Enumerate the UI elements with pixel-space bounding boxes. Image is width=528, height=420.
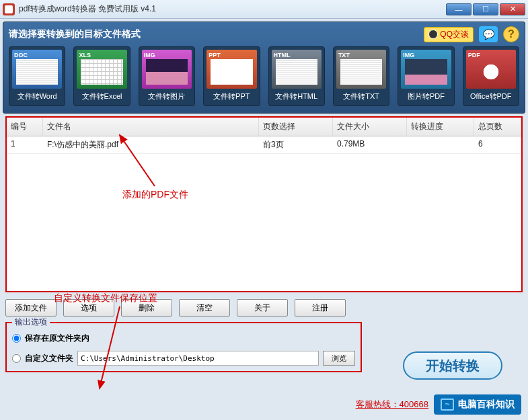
format-label: 文件转TXT xyxy=(336,91,386,101)
format-图片转PDF[interactable]: IMG图片转PDF xyxy=(398,46,454,106)
format-thumb: DOC xyxy=(12,50,62,89)
label-same-folder: 保存在原文件夹内 xyxy=(25,333,89,344)
titlebar: pdf转换成word转换器 免费试用版 v4.1 — ☐ ✕ xyxy=(0,0,528,19)
qq-label: QQ交谈 xyxy=(440,29,469,40)
start-convert-button[interactable]: 开始转换 xyxy=(403,351,502,380)
format-label: Office转PDF xyxy=(466,91,516,101)
radio-same-folder[interactable] xyxy=(12,334,21,343)
format-文件转Word[interactable]: DOC文件转Word xyxy=(9,46,65,106)
chat-button[interactable]: 💬 xyxy=(479,26,498,42)
add-file-button[interactable]: 添加文件 xyxy=(5,299,56,317)
delete-button[interactable]: 删除 xyxy=(121,299,172,317)
format-文件转PPT[interactable]: PPT文件转PPT xyxy=(203,46,260,106)
format-thumb: XLS xyxy=(77,50,126,89)
format-toolbar: 请选择要转换到的目标文件格式 QQ交谈 💬 ? DOC文件转WordXLS文件转… xyxy=(3,22,525,114)
table-row[interactable]: 1F:\伤感中的美丽.pdf前3页0.79MB6 xyxy=(7,136,521,154)
file-grid: 编号 文件名 页数选择 文件大小 转换进度 总页数 1F:\伤感中的美丽.pdf… xyxy=(5,116,523,292)
maximize-button[interactable]: ☐ xyxy=(473,3,498,15)
close-button[interactable]: ✕ xyxy=(500,3,525,15)
watermark-text: 电脑百科知识 xyxy=(458,398,515,411)
col-name[interactable]: 文件名 xyxy=(43,118,259,136)
grid-header: 编号 文件名 页数选择 文件大小 转换进度 总页数 xyxy=(7,118,521,136)
format-文件转Excel[interactable]: XLS文件转Excel xyxy=(73,46,130,106)
app-icon xyxy=(3,3,15,15)
format-label: 图片转PDF xyxy=(401,91,451,101)
custom-path-input[interactable] xyxy=(77,351,319,366)
output-legend: 输出选项 xyxy=(12,317,50,328)
format-thumb: TXT xyxy=(336,50,386,89)
minimize-button[interactable]: — xyxy=(446,3,472,15)
format-Office转PDF[interactable]: PDFOffice转PDF xyxy=(463,46,519,106)
format-文件转TXT[interactable]: TXT文件转TXT xyxy=(333,46,389,106)
toolbar-title: 请选择要转换到的目标文件格式 xyxy=(9,28,141,40)
format-label: 文件转Word xyxy=(12,91,62,101)
register-button[interactable]: 注册 xyxy=(295,299,346,317)
watermark: 电脑百科知识 xyxy=(434,394,521,415)
help-button[interactable]: ? xyxy=(503,26,519,42)
qq-icon xyxy=(428,30,438,39)
label-custom-folder: 自定义文件夹 xyxy=(25,353,73,364)
annotation-added-file: 添加的PDF文件 xyxy=(122,189,188,201)
hotline-link[interactable]: 客服热线：400668 xyxy=(356,398,428,411)
radio-custom-folder[interactable] xyxy=(12,354,21,363)
about-button[interactable]: 关于 xyxy=(237,299,288,317)
col-prog[interactable]: 转换进度 xyxy=(407,118,474,136)
format-label: 文件转HTML xyxy=(272,91,322,101)
footer: 客服热线：400668 电脑百科知识 xyxy=(356,394,521,415)
format-文件转图片[interactable]: IMG文件转图片 xyxy=(139,46,195,106)
monitor-icon xyxy=(441,398,454,411)
format-label: 文件转图片 xyxy=(142,91,192,101)
col-total[interactable]: 总页数 xyxy=(474,118,521,136)
output-options: 输出选项 保存在原文件夹内 自定义文件夹 浏览 xyxy=(5,322,362,372)
format-label: 文件转PPT xyxy=(206,91,256,101)
clear-button[interactable]: 清空 xyxy=(179,299,230,317)
format-thumb: IMG xyxy=(142,50,192,89)
format-thumb: PPT xyxy=(206,50,256,89)
qq-chat-button[interactable]: QQ交谈 xyxy=(424,27,474,42)
format-thumb: HTML xyxy=(272,50,322,89)
action-buttons: 添加文件 选项 删除 清空 关于 注册 xyxy=(5,299,523,317)
col-size[interactable]: 文件大小 xyxy=(333,118,407,136)
browse-button[interactable]: 浏览 xyxy=(323,351,355,366)
options-button[interactable]: 选项 xyxy=(63,299,114,317)
format-thumb: IMG xyxy=(401,50,451,89)
content-area: 编号 文件名 页数选择 文件大小 转换进度 总页数 1F:\伤感中的美丽.pdf… xyxy=(5,116,523,372)
col-sel[interactable]: 页数选择 xyxy=(259,118,333,136)
col-num[interactable]: 编号 xyxy=(7,118,43,136)
window-title: pdf转换成word转换器 免费试用版 v4.1 xyxy=(19,3,446,15)
format-文件转HTML[interactable]: HTML文件转HTML xyxy=(268,46,325,106)
format-thumb: PDF xyxy=(466,50,516,89)
format-label: 文件转Excel xyxy=(77,91,126,101)
